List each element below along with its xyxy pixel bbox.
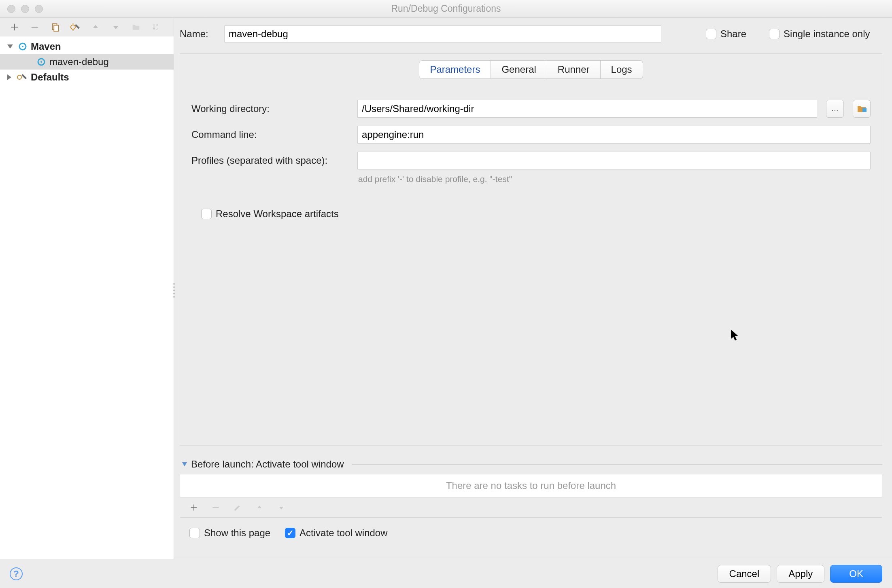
- tab-parameters[interactable]: Parameters: [419, 60, 491, 79]
- command-line-input[interactable]: [357, 126, 871, 144]
- defaults-icon: [16, 72, 28, 82]
- svg-point-6: [22, 46, 23, 47]
- edit-defaults-icon[interactable]: [70, 21, 81, 33]
- dialog-footer: ? Cancel Apply OK: [0, 559, 892, 588]
- config-toolbar: az: [0, 18, 174, 36]
- before-launch-task-list[interactable]: There are no tasks to run before launch: [180, 474, 882, 497]
- settings-panel: Parameters General Runner Logs Working d…: [180, 53, 882, 446]
- single-instance-checkbox[interactable]: Single instance only: [769, 28, 870, 40]
- working-dir-label: Working directory:: [191, 103, 350, 114]
- chevron-down-icon[interactable]: [7, 44, 13, 49]
- checkbox-icon[interactable]: [769, 29, 779, 39]
- share-label: Share: [720, 28, 746, 40]
- activate-tool-window-checkbox[interactable]: Activate tool window: [285, 527, 387, 539]
- profiles-input[interactable]: [357, 152, 871, 169]
- show-this-page-label: Show this page: [204, 527, 270, 539]
- name-row: Name: Share Single instance only: [180, 22, 882, 46]
- remove-config-icon[interactable]: [29, 21, 40, 33]
- before-launch-label: Before launch: Activate tool window: [191, 459, 344, 470]
- edit-task-icon[interactable]: [232, 502, 243, 513]
- folder-icon[interactable]: [130, 21, 142, 33]
- cancel-button[interactable]: Cancel: [718, 565, 771, 583]
- add-task-icon[interactable]: [188, 502, 200, 513]
- browse-folder-button[interactable]: [853, 100, 871, 118]
- working-dir-input[interactable]: [357, 100, 817, 118]
- move-task-down-icon[interactable]: [276, 502, 287, 513]
- sort-az-icon[interactable]: az: [151, 21, 162, 33]
- checkbox-icon[interactable]: [706, 29, 716, 39]
- profiles-label: Profiles (separated with space):: [191, 155, 350, 166]
- apply-button[interactable]: Apply: [777, 565, 824, 583]
- checkbox-icon[interactable]: [201, 209, 212, 219]
- remove-task-icon[interactable]: [210, 502, 221, 513]
- tab-general[interactable]: General: [491, 60, 547, 79]
- add-config-icon[interactable]: [9, 21, 20, 33]
- resolve-workspace-checkbox[interactable]: Resolve Workspace artifacts: [201, 208, 339, 220]
- move-up-icon[interactable]: [90, 21, 101, 33]
- help-button[interactable]: ?: [10, 567, 23, 580]
- command-line-label: Command line:: [191, 129, 350, 140]
- tree-node-label: maven-debug: [49, 56, 109, 68]
- move-down-icon[interactable]: [110, 21, 121, 33]
- empty-tasks-label: There are no tasks to run before launch: [446, 480, 616, 491]
- name-label: Name:: [180, 28, 216, 40]
- svg-rect-1: [54, 25, 58, 31]
- profiles-hint: add prefix '-' to disable profile, e.g. …: [358, 174, 871, 184]
- folder-icon: [857, 105, 867, 113]
- svg-point-9: [17, 75, 21, 79]
- chevron-down-icon[interactable]: [182, 462, 187, 466]
- tree-node-maven-debug[interactable]: maven-debug: [0, 54, 174, 70]
- svg-text:z: z: [156, 27, 158, 31]
- name-input[interactable]: [224, 25, 661, 42]
- tab-strip: Parameters General Runner Logs: [180, 60, 882, 79]
- tree-node-label: Maven: [31, 41, 61, 52]
- tree-node-maven[interactable]: Maven: [0, 39, 174, 54]
- svg-point-2: [71, 25, 75, 29]
- titlebar: Run/Debug Configurations: [0, 0, 892, 18]
- activate-tool-window-label: Activate tool window: [299, 527, 387, 539]
- maven-icon: [18, 42, 28, 51]
- before-launch-header[interactable]: Before launch: Activate tool window: [182, 459, 882, 470]
- show-this-page-checkbox[interactable]: Show this page: [189, 527, 270, 539]
- svg-point-8: [40, 61, 42, 63]
- browse-more-button[interactable]: …: [826, 100, 844, 118]
- divider: [352, 464, 882, 465]
- config-tree[interactable]: Maven maven-debug Defaults: [0, 36, 174, 559]
- tree-node-label: Defaults: [31, 72, 69, 83]
- svg-rect-10: [862, 108, 867, 112]
- checkbox-checked-icon[interactable]: [285, 528, 295, 538]
- ellipsis-icon: …: [831, 105, 839, 113]
- move-task-up-icon[interactable]: [254, 502, 265, 513]
- tab-logs[interactable]: Logs: [601, 60, 643, 79]
- single-instance-label: Single instance only: [784, 28, 870, 40]
- window-title: Run/Debug Configurations: [0, 3, 892, 14]
- checkbox-icon[interactable]: [189, 528, 200, 538]
- share-checkbox[interactable]: Share: [706, 28, 746, 40]
- tree-node-defaults[interactable]: Defaults: [0, 70, 174, 85]
- ok-button[interactable]: OK: [830, 565, 882, 583]
- resolve-label: Resolve Workspace artifacts: [216, 208, 339, 220]
- tab-runner[interactable]: Runner: [547, 60, 601, 79]
- copy-config-icon[interactable]: [49, 21, 61, 33]
- maven-icon: [36, 57, 46, 67]
- chevron-right-icon[interactable]: [7, 74, 11, 80]
- before-launch-toolbar: [180, 497, 882, 518]
